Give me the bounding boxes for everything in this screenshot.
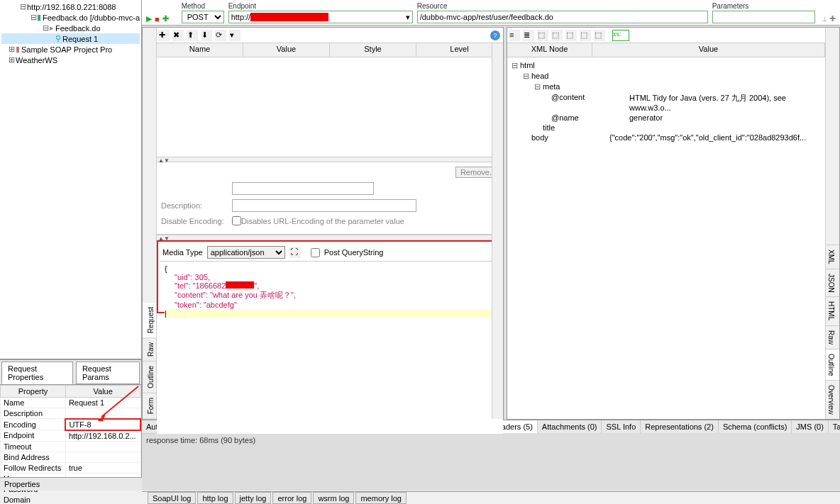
log-tabs: SoapUI log http log jetty log error log … (142, 491, 840, 504)
tree-resource[interactable]: ⊟▸Feedback.do (1, 23, 140, 33)
vtab-outline[interactable]: Outline (143, 362, 156, 393)
req-col-value: Value (243, 43, 330, 57)
vtab-form[interactable]: Form (143, 393, 156, 419)
vtab-overview[interactable]: Overview (826, 380, 839, 419)
log-http[interactable]: http log (197, 492, 233, 504)
disable-encoding-checkbox[interactable] (232, 216, 241, 225)
req-col-style: Style (330, 43, 416, 57)
response-vtabs: Overview Outline Raw HTML JSON XML (825, 28, 839, 419)
expand-icon[interactable]: ⛶ (289, 247, 301, 258)
request-panel: Form Outline Raw Request ✚ ✖ ⬆ ⬇ ⟳ ▾ ? N… (142, 27, 504, 420)
resp-col-node: XML Node (507, 43, 592, 57)
params-input[interactable] (712, 11, 815, 23)
req-tb-btn[interactable]: ✖ (172, 30, 184, 41)
log-wsrm[interactable]: wsrm log (313, 492, 354, 504)
resource-input[interactable] (417, 11, 708, 23)
method-label: Method (182, 2, 224, 10)
log-error[interactable]: error log (272, 492, 311, 504)
btab-resp-representations[interactable]: Representations (2) (641, 420, 719, 433)
btab-jms[interactable]: JMS (0) (792, 420, 829, 433)
run-icon[interactable]: ▶ (146, 14, 152, 23)
btab-schema[interactable]: Schema (conflicts) (719, 420, 792, 433)
media-type-select[interactable]: application/json (207, 246, 285, 259)
resp-tb-btn[interactable]: ≣ (523, 30, 534, 41)
main-area: ▶ ■ ✚ Method POST Endpoint http://▾ Reso… (142, 0, 840, 491)
tree-weather[interactable]: ⊞WeatherWS (1, 55, 140, 65)
log-jetty[interactable]: jetty log (235, 492, 272, 504)
param-details: Remove.. Description: Disable Encoding: … (157, 162, 503, 235)
vtab-xml[interactable]: XML (826, 245, 839, 269)
help-icon[interactable]: ? (490, 30, 500, 40)
disable-encoding-label: Disable Encoding: (161, 217, 232, 225)
btab-table[interactable]: Table (829, 420, 840, 433)
stop-icon[interactable]: ■ (155, 15, 160, 23)
params-label: Parameters (712, 2, 815, 10)
param-name-input[interactable] (232, 182, 374, 195)
response-toolbar: ≡ ≣ ⬚ ⬚ ⬚ ⬚ ⬚ xs: (507, 28, 825, 43)
tab-request-params[interactable]: Request Params (76, 362, 140, 384)
navigator-panel: ⊟http://192.168.0.221:8088 ⊟▮Feedback.do… (0, 0, 142, 491)
description-input[interactable] (232, 199, 416, 212)
request-vtabs: Form Outline Raw Request (143, 28, 157, 419)
tab-request-properties[interactable]: Request Properties (1, 362, 73, 384)
log-soapui[interactable]: SoapUI log (148, 492, 196, 504)
post-querystring-checkbox[interactable] (311, 248, 320, 257)
response-tree[interactable]: ⊟html ⊟head ⊟meta @contentHTML Tidy for … (507, 57, 825, 419)
resp-tb-btn[interactable]: ⬚ (537, 30, 548, 41)
tree-soap-project[interactable]: ⊞▮Sample SOAP Project Pro (1, 44, 140, 55)
btab-resp-attachments[interactable]: Attachments (0) (538, 420, 602, 433)
response-panel: ≡ ≣ ⬚ ⬚ ⬚ ⬚ ⬚ xs: XML Node Value ⊟html ⊟… (507, 27, 840, 420)
method-select[interactable]: POST (182, 11, 224, 23)
properties-bottom-tab[interactable]: Properties (0, 477, 142, 491)
post-querystring-label: Post QueryString (324, 248, 384, 257)
resp-tb-btn[interactable]: ⬚ (594, 30, 605, 41)
add-icon[interactable]: ✚ (162, 14, 169, 23)
req-tb-btn[interactable]: ✚ (158, 30, 170, 41)
vtab-request[interactable]: Request (143, 303, 156, 338)
req-tb-btn[interactable]: ⬆ (187, 30, 198, 41)
collapse-bar[interactable]: ▲▼ (157, 157, 503, 162)
resp-col-value: Value (592, 43, 825, 57)
req-col-level: Level (416, 43, 503, 57)
response-bottom-tabs: Headers (5) Attachments (0) SSL Info Rep… (487, 420, 840, 433)
req-tb-btn[interactable]: ⬇ (201, 30, 212, 41)
description-label: Description: (161, 201, 232, 210)
encoding-value[interactable]: UTF-8 (65, 419, 140, 430)
vtab-json[interactable]: JSON (826, 269, 839, 297)
request-body-editor[interactable]: { "uid": 305, "tel": "1866682", "content… (160, 262, 499, 310)
req-col-name: Name (157, 43, 243, 57)
resource-label: Resource (417, 2, 708, 10)
xs-button[interactable]: xs: (612, 30, 629, 41)
resp-tb-btn[interactable]: ⬚ (580, 30, 591, 41)
project-tree[interactable]: ⊟http://192.168.0.221:8088 ⊟▮Feedback.do… (0, 0, 141, 359)
status-line: response time: 68ms (90 bytes) (142, 433, 485, 447)
tree-endpoint[interactable]: ⊟http://192.168.0.221:8088 (1, 1, 140, 12)
endpoint-input[interactable]: http://▾ (228, 11, 413, 23)
resp-tb-btn[interactable]: ≡ (509, 30, 520, 41)
vtab-raw[interactable]: Raw (143, 338, 156, 362)
req-tb-btn[interactable]: ▾ (229, 30, 241, 41)
props-col-property: Property (1, 386, 66, 398)
media-section: Media Type application/json ⛶ Post Query… (157, 240, 503, 313)
request-toolbar: ▶ ■ ✚ Method POST Endpoint http://▾ Reso… (142, 0, 840, 26)
params-grid[interactable] (157, 57, 503, 157)
req-tb-btn[interactable]: ⟳ (215, 30, 226, 41)
log-memory[interactable]: memory log (355, 492, 406, 504)
media-type-label: Media Type (162, 248, 203, 257)
collapse-bar[interactable]: ▲▼ (157, 235, 503, 240)
tree-project[interactable]: ⊟▮Feedback.do [/dubbo-mvc-a (1, 12, 140, 23)
endpoint-label: Endpoint (228, 2, 413, 10)
scrollbar[interactable] (492, 43, 503, 419)
editor-whitespace[interactable] (157, 313, 503, 434)
vtab-outline[interactable]: Outline (826, 349, 839, 381)
props-col-value: Value (65, 386, 140, 398)
vtab-html[interactable]: HTML (826, 296, 839, 325)
btab-ssl[interactable]: SSL Info (602, 420, 641, 433)
tree-request[interactable]: ⚲Request 1 (1, 33, 140, 44)
vtab-raw[interactable]: Raw (826, 325, 839, 349)
resp-tb-btn[interactable]: ⬚ (565, 30, 577, 41)
config-icon[interactable]: ⟂ ✚ (822, 14, 836, 23)
resp-tb-btn[interactable]: ⬚ (551, 30, 563, 41)
